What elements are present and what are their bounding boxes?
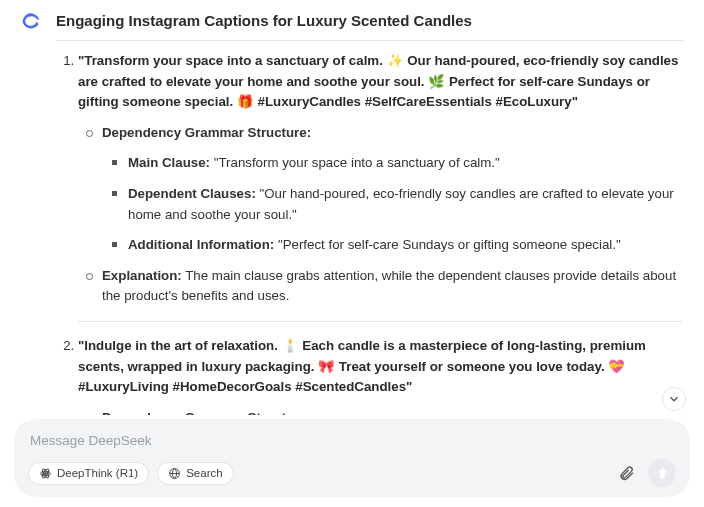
deepthink-label: DeepThink (R1) [57,467,138,479]
search-label: Search [186,467,222,479]
clause-label: Dependent Clauses: [128,186,256,201]
dep-structure: Dependency Grammar Structure: [80,408,682,415]
header: Engaging Instagram Captions for Luxury S… [0,0,704,38]
exp-label: Explanation: [102,268,182,283]
caption-text: "Transform your space into a sanctuary o… [78,53,678,109]
attach-button[interactable] [612,459,640,487]
page-title: Engaging Instagram Captions for Luxury S… [56,12,472,29]
clause-label: Additional Information: [128,237,274,252]
arrow-up-icon [654,465,671,482]
explanation: Explanation: The main clause grabs atten… [80,266,682,307]
globe-icon [168,467,181,480]
message-content: "Transform your space into a sanctuary o… [0,41,704,415]
clause-label: Main Clause: [128,155,210,170]
atom-icon [39,467,52,480]
dep-structure: Dependency Grammar Structure: Main Claus… [80,123,682,256]
search-button[interactable]: Search [157,462,233,485]
caption-item: "Indulge in the art of relaxation. 🕯️ Ea… [78,336,682,415]
divider [78,321,682,322]
scroll-down-button[interactable] [662,387,686,411]
clause-item: Main Clause: "Transform your space into … [106,153,682,174]
app-logo-icon [20,8,44,32]
dep-label: Dependency Grammar Structure: [102,125,311,140]
message-input[interactable] [30,433,676,448]
caption-item: "Transform your space into a sanctuary o… [78,51,682,322]
clause-item: Dependent Clauses: "Our hand-poured, eco… [106,184,682,225]
send-button[interactable] [648,459,676,487]
paperclip-icon [618,465,635,482]
clause-item: Additional Information: "Perfect for sel… [106,235,682,256]
dep-label: Dependency Grammar Structure: [102,410,311,415]
clause-value: "Perfect for self-care Sundays or giftin… [274,237,620,252]
exp-value: The main clause grabs attention, while t… [102,268,676,304]
deepthink-button[interactable]: DeepThink (R1) [28,462,149,485]
svg-point-0 [44,472,46,474]
caption-text: "Indulge in the art of relaxation. 🕯️ Ea… [78,338,646,394]
clause-value: "Transform your space into a sanctuary o… [210,155,500,170]
composer: DeepThink (R1) Search [0,415,704,507]
